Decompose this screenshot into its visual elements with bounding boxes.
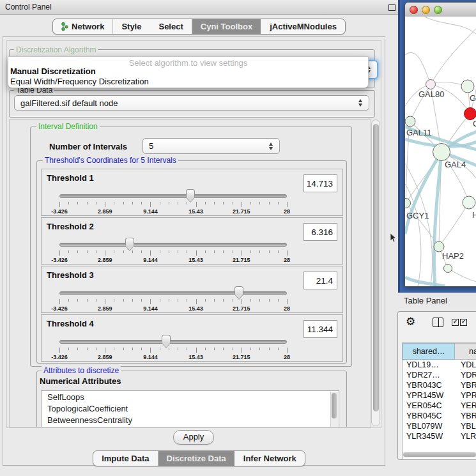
slider-track[interactable] bbox=[59, 194, 287, 198]
tick-mark bbox=[278, 202, 279, 204]
network-node-gcy1[interactable] bbox=[405, 199, 411, 208]
table-row[interactable]: YBR045CYBR0 bbox=[403, 411, 476, 422]
algorithm-option-manual-discretization[interactable]: Manual Discretization bbox=[10, 66, 96, 76]
minimize-traffic-light[interactable] bbox=[422, 6, 430, 14]
table-row[interactable]: YPR145WYPR1 bbox=[403, 391, 476, 401]
column-layout-icon[interactable] bbox=[433, 318, 443, 327]
network-node-g-[interactable] bbox=[461, 80, 474, 93]
tick-mark bbox=[242, 299, 242, 304]
table-row[interactable]: YLR345WYLR3 bbox=[403, 432, 476, 442]
table-data-combobox[interactable]: galFiltered.sif default node bbox=[14, 95, 369, 111]
network-canvas[interactable]: GAL80G.CGAL11GAL4GCY1HHAP2 bbox=[405, 17, 476, 286]
table-horizontal-scrollbar[interactable] bbox=[403, 452, 476, 457]
network-edge[interactable] bbox=[439, 203, 469, 247]
column-header-shared-name[interactable]: shared… bbox=[403, 343, 455, 360]
tick-mark bbox=[123, 202, 124, 204]
table-row[interactable]: YDR27…YDR2 bbox=[403, 371, 476, 381]
table-row[interactable]: YDL19…YDL1 bbox=[403, 360, 476, 371]
gear-icon[interactable]: ⚙ bbox=[406, 315, 415, 328]
table-row[interactable]: YBL079WYBL0 bbox=[403, 422, 476, 432]
tick-label: 15.43 bbox=[188, 208, 203, 215]
network-node-gal11[interactable] bbox=[405, 116, 415, 127]
checkbox-icon[interactable]: ✓ bbox=[460, 319, 467, 326]
slider-thumb[interactable] bbox=[234, 286, 243, 300]
network-node[interactable] bbox=[444, 265, 452, 273]
close-traffic-light[interactable] bbox=[410, 6, 418, 14]
network-edge[interactable] bbox=[431, 28, 476, 84]
checkbox-icon[interactable]: ✓ bbox=[452, 319, 459, 326]
attributes-scrollbar[interactable] bbox=[330, 392, 338, 427]
panel-title: Control Panel bbox=[5, 3, 52, 12]
table-row[interactable]: YIL053CYIL0 bbox=[403, 442, 476, 443]
slider-track[interactable] bbox=[59, 243, 287, 247]
slider-track[interactable] bbox=[59, 340, 287, 344]
numerical-attributes-list[interactable]: SelfLoopsTopologicalCoefficientBetweenne… bbox=[41, 390, 339, 427]
tick-mark bbox=[114, 299, 114, 302]
tick-mark bbox=[223, 348, 224, 350]
threshold-slider[interactable]: -3.4262.8599.14415.4321.71528 bbox=[59, 237, 287, 263]
network-edge[interactable] bbox=[448, 268, 476, 282]
slider-tick-labels: -3.4262.8599.14415.4321.71528 bbox=[59, 354, 287, 360]
settings-vertical-scrollbar[interactable] bbox=[371, 119, 380, 426]
algorithm-option-equal-width-frequency-discretization[interactable]: Equal Width/Frequency Discretization bbox=[10, 77, 149, 86]
threshold-value-field[interactable]: 21.4 bbox=[303, 272, 337, 289]
network-window-titlebar[interactable] bbox=[405, 3, 476, 17]
threshold-value-field[interactable]: 11.344 bbox=[303, 320, 337, 338]
network-edge[interactable] bbox=[434, 152, 441, 286]
attribute-item-topologicalcoefficient[interactable]: TopologicalCoefficient bbox=[42, 403, 339, 414]
tick-mark bbox=[96, 348, 96, 350]
threshold-value-field[interactable]: 6.316 bbox=[303, 223, 337, 241]
node-label: GCY1 bbox=[406, 211, 429, 220]
network-node-hap2[interactable] bbox=[434, 242, 444, 252]
column-header-name[interactable]: na bbox=[455, 343, 476, 360]
number-of-intervals-combobox[interactable]: 5 bbox=[142, 138, 280, 154]
mouse-cursor bbox=[390, 233, 397, 243]
tab-discretize-data[interactable]: Discretize Data bbox=[158, 451, 234, 466]
tick-mark bbox=[68, 202, 69, 204]
float-window-icon[interactable] bbox=[388, 4, 395, 11]
network-edge[interactable] bbox=[424, 17, 476, 35]
threshold-value-field[interactable]: 14.713 bbox=[303, 174, 337, 192]
tab-cyni-toolbox[interactable]: Cyni Toolbox bbox=[192, 19, 261, 34]
tick-mark bbox=[59, 202, 60, 207]
attribute-item-betweennesscentrality[interactable]: BetweennessCentrality bbox=[42, 414, 339, 426]
scrollbar-thumb[interactable] bbox=[373, 124, 379, 411]
tick-mark bbox=[105, 348, 105, 353]
threshold-slider[interactable]: -3.4262.8599.14415.4321.71528 bbox=[59, 188, 287, 214]
apply-button[interactable]: Apply bbox=[173, 430, 214, 445]
tab-label: Cyni Toolbox bbox=[201, 22, 252, 31]
tick-mark bbox=[259, 299, 260, 302]
network-edge[interactable] bbox=[405, 277, 445, 286]
slider-thumb[interactable] bbox=[186, 189, 195, 203]
network-edge[interactable] bbox=[405, 52, 431, 84]
attribute-item-selfloops[interactable]: SelfLoops bbox=[42, 391, 339, 403]
tick-mark bbox=[233, 299, 233, 302]
slider-thumb[interactable] bbox=[125, 238, 134, 251]
discretization-algorithm-label: Discretization Algorithm bbox=[14, 45, 98, 54]
tab-label: Style bbox=[121, 22, 141, 31]
network-node-gal4[interactable] bbox=[433, 144, 450, 161]
tab-impute-data[interactable]: Impute Data bbox=[93, 451, 157, 466]
tick-mark bbox=[150, 348, 151, 353]
slider-track[interactable] bbox=[59, 291, 287, 295]
tab-label: Discretize Data bbox=[167, 454, 226, 463]
table-row[interactable]: YBR043CYBR0 bbox=[403, 381, 476, 391]
tab-style[interactable]: Style bbox=[112, 19, 150, 34]
network-node-gal80[interactable] bbox=[426, 80, 436, 89]
tick-label: 28 bbox=[284, 354, 290, 360]
network-node-h[interactable] bbox=[463, 196, 475, 209]
network-node-c[interactable] bbox=[464, 108, 476, 120]
slider-thumb[interactable] bbox=[162, 335, 171, 348]
tick-label: 21.715 bbox=[233, 208, 250, 215]
tab-infer-network[interactable]: Infer Network bbox=[234, 451, 305, 466]
tick-mark bbox=[87, 202, 88, 204]
scrollbar-thumb[interactable] bbox=[332, 393, 337, 418]
table-row[interactable]: YER054CYER0 bbox=[403, 401, 476, 411]
threshold-slider[interactable]: -3.4262.8599.14415.4321.71528 bbox=[59, 334, 287, 360]
tab-select[interactable]: Select bbox=[150, 19, 191, 34]
zoom-traffic-light[interactable] bbox=[434, 6, 442, 14]
tab-jactivemnodules[interactable]: jActiveMNodules bbox=[261, 19, 345, 34]
threshold-slider[interactable]: -3.4262.8599.14415.4321.71528 bbox=[59, 286, 287, 311]
scrollbar-thumb[interactable] bbox=[403, 452, 476, 457]
tab-network[interactable]: Network bbox=[53, 19, 112, 34]
